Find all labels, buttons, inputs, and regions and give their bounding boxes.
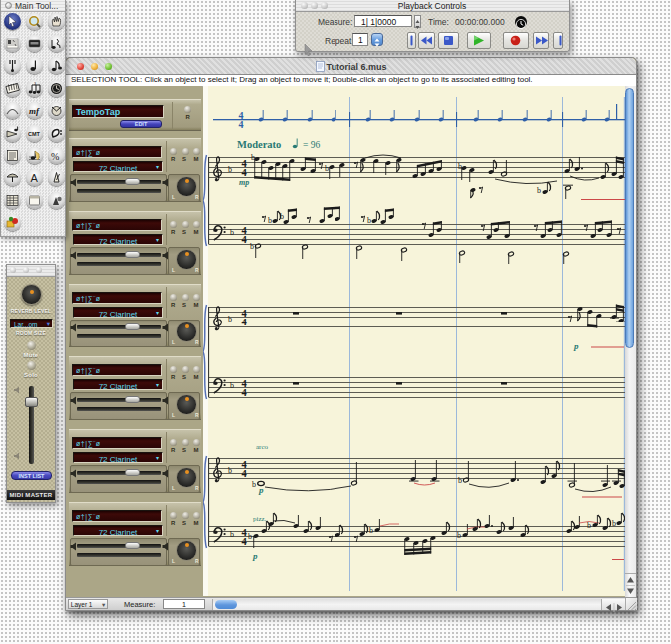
svg-text:b: b [457, 531, 461, 540]
svg-text:arco: arco [256, 443, 269, 451]
svg-text:4: 4 [241, 387, 247, 398]
svg-text:4: 4 [241, 468, 247, 479]
svg-text:b: b [268, 216, 272, 225]
svg-text:b: b [458, 476, 462, 485]
svg-text:%: % [51, 150, 59, 161]
svg-text:b: b [369, 526, 373, 535]
svg-text:b: b [228, 466, 232, 475]
svg-text:b: b [230, 530, 234, 539]
svg-text:CMT: CMT [28, 131, 41, 137]
svg-text:b: b [325, 164, 329, 173]
svg-text:p: p [573, 341, 579, 351]
svg-text:4: 4 [241, 317, 247, 327]
svg-text:= 96: = 96 [303, 140, 320, 150]
svg-text:b: b [228, 315, 232, 323]
svg-text:p: p [252, 551, 258, 561]
svg-text:b: b [280, 212, 284, 221]
svg-text:b: b [252, 480, 256, 489]
svg-text:b: b [230, 381, 234, 390]
svg-text:pizz.: pizz. [253, 515, 267, 523]
svg-text:mp: mp [239, 178, 249, 187]
svg-text:b: b [537, 186, 541, 195]
svg-text:b: b [230, 228, 234, 237]
svg-text:mf: mf [29, 106, 40, 116]
svg-text:b: b [587, 521, 591, 530]
svg-text:b: b [612, 519, 616, 528]
svg-text:p: p [258, 485, 264, 495]
svg-text:b: b [367, 216, 371, 225]
svg-text:4: 4 [241, 234, 247, 245]
svg-text:4: 4 [241, 167, 247, 178]
svg-text:b: b [248, 532, 252, 541]
svg-text:4: 4 [241, 536, 247, 547]
svg-text:Moderato: Moderato [237, 139, 281, 150]
svg-text:A: A [30, 172, 38, 184]
svg-text:b: b [228, 165, 232, 174]
svg-text:b: b [250, 242, 254, 251]
svg-text:4: 4 [239, 119, 244, 130]
